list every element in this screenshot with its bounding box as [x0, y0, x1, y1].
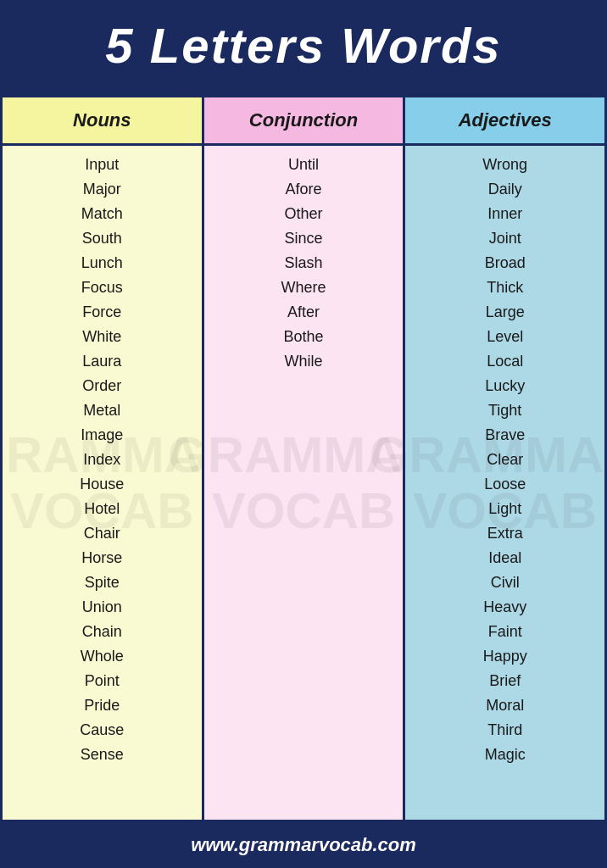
- page-header: 5 Letters Words: [0, 0, 607, 95]
- list-item: Laura: [3, 349, 202, 374]
- list-item: Image: [3, 423, 202, 448]
- list-item: Sense: [3, 743, 202, 767]
- list-item: Hotel: [3, 497, 202, 521]
- list-item: Third: [405, 718, 604, 743]
- list-item: After: [204, 300, 404, 325]
- main-table: Nouns GRAMMARVOCAB InputMajorMatchSouthL…: [0, 95, 607, 822]
- list-item: Point: [3, 669, 202, 693]
- conjunction-header: Conjunction: [204, 97, 404, 146]
- list-item: House: [3, 472, 202, 497]
- list-item: Bothe: [204, 325, 404, 349]
- conjunction-column: Conjunction GRAMMARVOCAB UntilAforeOther…: [204, 97, 406, 820]
- list-item: Local: [405, 349, 604, 374]
- list-item: Large: [405, 300, 604, 325]
- list-item: Chair: [3, 521, 202, 546]
- list-item: Force: [3, 300, 202, 325]
- list-item: Whole: [3, 644, 202, 669]
- page-footer: www.grammarvocab.com: [0, 822, 607, 868]
- list-item: Metal: [3, 398, 202, 423]
- watermark-conjunction: GRAMMARVOCAB: [168, 427, 439, 539]
- list-item: Magic: [405, 743, 604, 767]
- list-item: Cause: [3, 718, 202, 743]
- list-item: Index: [3, 448, 202, 472]
- list-item: Ideal: [405, 546, 604, 570]
- list-item: Input: [3, 153, 202, 177]
- list-item: Major: [3, 177, 202, 202]
- list-item: Loose: [405, 472, 604, 497]
- nouns-column: Nouns GRAMMARVOCAB InputMajorMatchSouthL…: [3, 97, 204, 820]
- list-item: Tight: [405, 398, 604, 423]
- nouns-header: Nouns: [3, 97, 202, 146]
- list-item: Wrong: [405, 153, 604, 177]
- list-item: Inner: [405, 202, 604, 226]
- list-item: Civil: [405, 570, 604, 595]
- footer-url: www.grammarvocab.com: [191, 834, 416, 855]
- list-item: Where: [204, 275, 404, 300]
- adjectives-header: Adjectives: [405, 97, 604, 146]
- list-item: Other: [204, 202, 404, 226]
- list-item: South: [3, 226, 202, 251]
- list-item: While: [204, 349, 404, 374]
- list-item: Joint: [405, 226, 604, 251]
- list-item: Faint: [405, 620, 604, 644]
- list-item: Since: [204, 226, 404, 251]
- conjunction-body: GRAMMARVOCAB UntilAforeOtherSinceSlashWh…: [204, 146, 404, 820]
- list-item: Clear: [405, 448, 604, 472]
- list-item: Lucky: [405, 374, 604, 398]
- list-item: Afore: [204, 177, 404, 202]
- list-item: Brief: [405, 669, 604, 693]
- list-item: Light: [405, 497, 604, 521]
- list-item: Pride: [3, 693, 202, 718]
- list-item: Slash: [204, 251, 404, 275]
- nouns-body: GRAMMARVOCAB InputMajorMatchSouthLunchFo…: [3, 146, 202, 820]
- list-item: Extra: [405, 521, 604, 546]
- list-item: Heavy: [405, 595, 604, 620]
- list-item: Brave: [405, 423, 604, 448]
- list-item: Chain: [3, 620, 202, 644]
- list-item: Broad: [405, 251, 604, 275]
- list-item: Horse: [3, 546, 202, 570]
- list-item: Happy: [405, 644, 604, 669]
- list-item: Spite: [3, 570, 202, 595]
- page-title: 5 Letters Words: [8, 17, 599, 74]
- list-item: Match: [3, 202, 202, 226]
- adjectives-column: Adjectives GRAMMARVOCAB WrongDailyInnerJ…: [405, 97, 604, 820]
- list-item: Level: [405, 325, 604, 349]
- list-item: Order: [3, 374, 202, 398]
- list-item: Moral: [405, 693, 604, 718]
- list-item: White: [3, 325, 202, 349]
- list-item: Focus: [3, 275, 202, 300]
- list-item: Lunch: [3, 251, 202, 275]
- list-item: Union: [3, 595, 202, 620]
- adjectives-body: GRAMMARVOCAB WrongDailyInnerJointBroadTh…: [405, 146, 604, 820]
- list-item: Thick: [405, 275, 604, 300]
- list-item: Daily: [405, 177, 604, 202]
- list-item: Until: [204, 153, 404, 177]
